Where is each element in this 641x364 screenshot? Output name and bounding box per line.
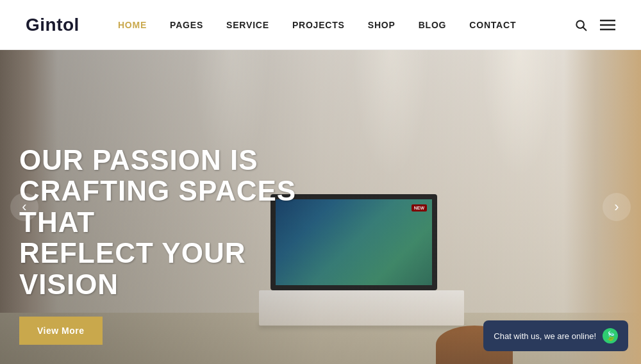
chat-message: Chat with us, we are online!	[494, 331, 596, 341]
hero-text: OUR PASSION IS CRAFTING SPACES THAT REFL…	[19, 145, 340, 300]
hero-heading-line3: REFLECT YOUR VISION	[19, 237, 246, 299]
site-header: Gintol HOME PAGES SERVICE PROJECTS SHOP …	[0, 0, 641, 50]
nav-pages[interactable]: PAGES	[170, 20, 203, 30]
search-button[interactable]	[574, 19, 587, 31]
nav-blog[interactable]: BLOG	[419, 20, 447, 30]
hero-section: NEW OUR PASSION IS CRAFTING SPACES THAT …	[0, 50, 641, 364]
view-more-button[interactable]: View More	[19, 317, 103, 345]
nav-service[interactable]: SERVICE	[226, 20, 269, 30]
nav-shop[interactable]: SHOP	[368, 20, 395, 30]
chat-online-icon: 🍃	[603, 328, 618, 343]
nav-home[interactable]: HOME	[118, 20, 147, 30]
site-logo[interactable]: Gintol	[26, 15, 79, 35]
nav-contact[interactable]: CONTACT	[469, 20, 516, 30]
chat-widget[interactable]: Chat with us, we are online! 🍃	[483, 320, 628, 351]
prev-slide-button[interactable]: ‹	[10, 193, 38, 221]
next-slide-button[interactable]: ›	[603, 193, 631, 221]
hero-heading-line1: OUR PASSION IS	[19, 144, 258, 176]
search-icon	[574, 19, 587, 31]
hero-heading: OUR PASSION IS CRAFTING SPACES THAT REFL…	[19, 145, 340, 300]
leaf-icon: 🍃	[605, 331, 616, 341]
menu-button[interactable]	[600, 19, 615, 31]
svg-line-1	[583, 27, 587, 30]
main-nav: HOME PAGES SERVICE PROJECTS SHOP BLOG CO…	[118, 20, 574, 30]
hero-heading-line2: CRAFTING SPACES THAT	[19, 175, 296, 237]
header-icons	[574, 19, 615, 31]
nav-projects[interactable]: PROJECTS	[292, 20, 345, 30]
chevron-right-icon: ›	[614, 200, 619, 214]
chevron-left-icon: ‹	[22, 200, 26, 214]
hamburger-icon	[600, 19, 615, 31]
